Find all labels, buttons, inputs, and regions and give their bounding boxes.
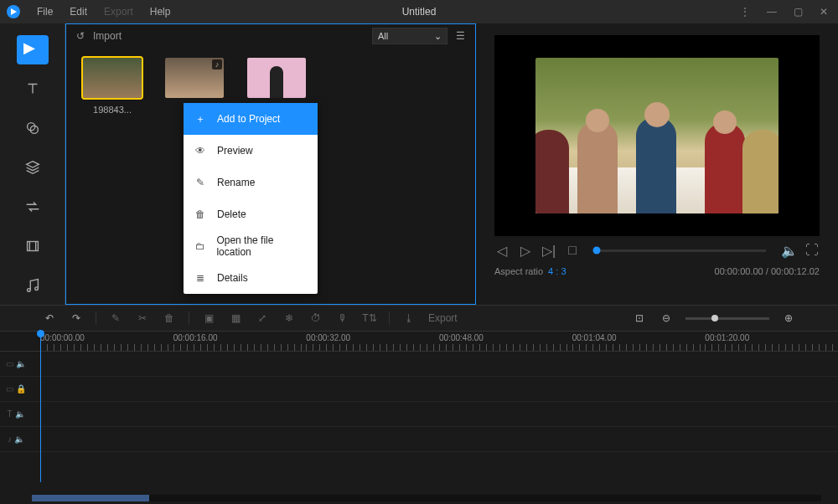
folder-icon: 🗀 [194, 240, 206, 252]
window-title: Untitled [402, 6, 437, 18]
speed-icon[interactable]: ⏱ [308, 311, 323, 326]
ctx-add-to-project[interactable]: ＋ Add to Project [184, 103, 318, 135]
ctx-open-location[interactable]: 🗀 Open the file location [184, 230, 318, 262]
close-button[interactable]: ✕ [816, 6, 831, 18]
venn-icon [23, 119, 42, 137]
media-panel: ↺ Import All ⌄ ☰ 198843... ♪ ... [65, 23, 476, 305]
ctx-delete[interactable]: 🗑 Delete [184, 198, 318, 230]
export-icon[interactable]: ⭳ [401, 311, 416, 326]
music-icon [23, 276, 42, 295]
prev-frame-button[interactable]: ◁ [494, 243, 510, 259]
mosaic-icon[interactable]: ▦ [228, 311, 243, 326]
menu-export: Export [96, 6, 142, 18]
ctx-preview[interactable]: 👁 Preview [184, 135, 318, 167]
media-thumb[interactable]: 198843... [83, 58, 142, 115]
redo-button[interactable]: ↷ [69, 311, 84, 326]
media-tab[interactable]: ▶ [17, 35, 49, 64]
preview-scrubber[interactable] [595, 249, 766, 252]
play-button[interactable]: ▷ [518, 243, 533, 259]
media-filter-select[interactable]: All ⌄ [372, 28, 447, 44]
audio-track[interactable]: ♪🔈 [0, 427, 838, 452]
import-button[interactable]: Import [93, 30, 122, 42]
menu-edit[interactable]: Edit [61, 6, 96, 18]
svg-point-4 [27, 288, 30, 291]
filters-tab[interactable] [17, 114, 49, 143]
preview-timecode: 00:00:00.00 / 00:00:12.02 [715, 266, 820, 276]
playback-controls: ◁ ▷ ▷| □ 🔈 ⛶ [494, 236, 820, 265]
svg-point-5 [34, 286, 38, 290]
ctx-details[interactable]: ≣ Details [184, 262, 318, 294]
voiceover-icon[interactable]: 🎙 [335, 311, 350, 326]
trash-icon: 🗑 [194, 208, 207, 220]
overlays-tab[interactable] [17, 153, 49, 183]
music-tab[interactable] [17, 270, 49, 300]
tool-sidebar: ▶ [0, 23, 65, 305]
expand-icon[interactable]: ⤢ [255, 311, 270, 326]
delete-icon[interactable]: 🗑 [162, 311, 177, 326]
transitions-tab[interactable] [17, 192, 49, 221]
svg-marker-0 [11, 8, 17, 15]
fit-icon[interactable]: ⊡ [632, 311, 647, 326]
zoom-slider[interactable] [685, 317, 769, 320]
next-frame-button[interactable]: ▷| [541, 243, 556, 259]
preview-panel: ◁ ▷ ▷| □ 🔈 ⛶ Aspect ratio 4 : 3 00:00:00… [476, 23, 838, 305]
volume-icon[interactable]: 🔈 [781, 243, 796, 259]
list-view-icon[interactable]: ☰ [456, 30, 465, 42]
track-volume-icon[interactable]: 🔈 [15, 409, 25, 419]
music-icon: ♪ [8, 435, 12, 444]
text-tool-icon[interactable]: T⇅ [362, 311, 377, 326]
track-volume-icon[interactable]: 🔈 [14, 435, 24, 444]
filter-value: All [378, 31, 388, 41]
aspect-ratio-label: Aspect ratio [494, 266, 543, 276]
chevron-down-icon: ⌄ [434, 31, 442, 42]
aspect-ratio-value[interactable]: 4 : 3 [548, 266, 566, 276]
preview-frame [535, 58, 779, 213]
svg-rect-3 [27, 241, 38, 250]
fullscreen-icon[interactable]: ⛶ [804, 243, 820, 258]
plus-icon: ＋ [194, 112, 207, 126]
layers-icon [23, 158, 42, 177]
audio-badge-icon: ♪ [212, 59, 222, 69]
thumb-label: 198843... [93, 105, 132, 115]
text-track[interactable]: T🔈 [0, 402, 838, 427]
import-icon[interactable]: ↺ [76, 30, 85, 42]
thumbnail-image [247, 58, 306, 98]
thumbnail-image [83, 58, 142, 98]
ctx-rename[interactable]: ✎ Rename [184, 167, 318, 198]
stop-button[interactable]: □ [565, 243, 580, 258]
film-icon: ▭ [6, 384, 13, 393]
cut-icon[interactable]: ✂ [135, 311, 150, 326]
elements-tab[interactable] [17, 231, 49, 260]
context-menu: ＋ Add to Project 👁 Preview ✎ Rename 🗑 De… [184, 103, 318, 294]
text-tab[interactable] [17, 75, 49, 104]
film-icon: ▭ [6, 359, 13, 368]
preview-viewport [494, 35, 820, 236]
timeline-scrollbar[interactable] [32, 495, 821, 501]
undo-button[interactable]: ↶ [42, 311, 57, 326]
menu-help[interactable]: Help [142, 6, 179, 18]
video-track-2[interactable]: ▭🔒 [0, 377, 838, 402]
edit-toolbar: ↶ ↷ ✎ ✂ 🗑 ▣ ▦ ⤢ ❄ ⏱ 🎙 T⇅ ⭳ Export ⊡ ⊖ ⊕ [0, 305, 838, 332]
video-track[interactable]: ▭🔈 [0, 352, 838, 377]
maximize-button[interactable]: ▢ [790, 6, 806, 18]
playhead[interactable] [40, 332, 41, 482]
crop-icon[interactable]: ▣ [201, 311, 216, 326]
track-volume-icon[interactable]: 🔈 [16, 359, 26, 368]
edit-icon[interactable]: ✎ [108, 311, 123, 326]
thumbnail-image: ♪ [165, 58, 224, 98]
arrows-icon [23, 198, 42, 216]
text-icon [23, 80, 42, 98]
timeline-ruler[interactable]: 00:00:00.00 00:00:16.00 00:00:32.00 00:0… [0, 332, 838, 352]
export-button[interactable]: Export [428, 312, 458, 324]
text-icon: T [7, 409, 12, 419]
zoom-out-button[interactable]: ⊖ [659, 311, 674, 326]
freeze-icon[interactable]: ❄ [282, 311, 297, 326]
timeline: 00:00:00.00 00:00:16.00 00:00:32.00 00:0… [0, 332, 838, 504]
minimize-button[interactable]: — [763, 6, 780, 18]
app-logo-icon [7, 5, 20, 18]
track-lock-icon[interactable]: 🔒 [16, 384, 26, 393]
menu-file[interactable]: File [28, 6, 61, 18]
eye-icon: 👁 [194, 145, 207, 157]
more-icon[interactable]: ⋮ [737, 6, 753, 18]
zoom-in-button[interactable]: ⊕ [781, 311, 796, 326]
